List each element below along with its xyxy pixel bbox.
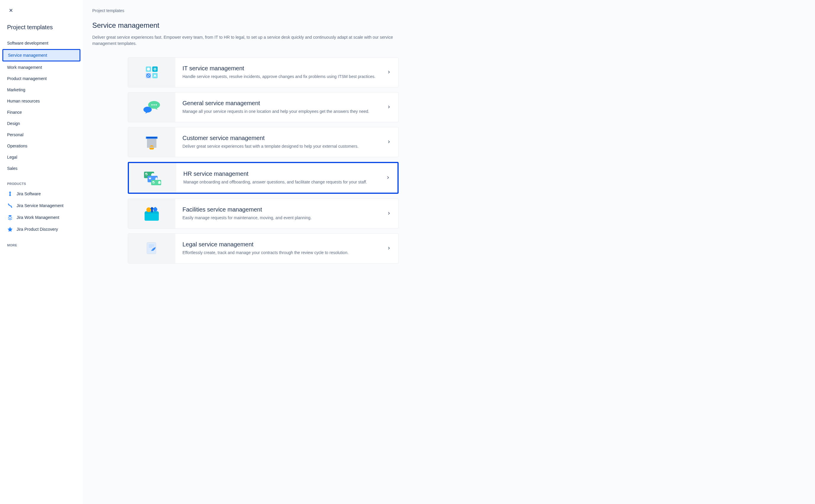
chevron-right-icon [386,175,390,181]
template-title: Customer service management [182,135,382,142]
template-content: IT service managementHandle service requ… [175,58,398,87]
chevron-right-icon [387,246,391,251]
svg-rect-27 [144,214,159,221]
sidebar-item-product-management[interactable]: Product management [2,73,80,84]
template-illustration [128,127,175,157]
template-description: Manage onboarding and offboarding, answe… [183,179,381,185]
chevron-right-icon [387,105,391,110]
template-title: Facilities service management [182,206,382,213]
sidebar-item-operations[interactable]: Operations [2,141,80,151]
svg-point-8 [153,104,155,105]
svg-point-1 [147,68,150,71]
templates-list: IT service managementHandle service requ… [92,57,399,264]
svg-point-7 [151,104,152,105]
template-text: HR service managementManage onboarding a… [183,170,381,185]
sidebar-item-legal[interactable]: Legal [2,152,80,162]
template-illustration [128,234,175,263]
chevron-right-icon [387,211,391,217]
template-title: General service management [182,100,382,107]
product-label: Jira Software [17,191,41,196]
sidebar-item-software-development[interactable]: Software development [2,38,80,48]
jira-software-icon [7,191,13,197]
product-label: Jira Work Management [17,215,59,220]
sidebar-item-design[interactable]: Design [2,118,80,129]
svg-point-22 [156,178,157,179]
sidebar-item-personal[interactable]: Personal [2,129,80,140]
sidebar-products-label: PRODUCTS [2,182,80,186]
sidebar-item-marketing[interactable]: Marketing [2,84,80,95]
sidebar-item-sales[interactable]: Sales [2,163,80,174]
template-text: General service managementManage all you… [182,100,382,115]
template-content: Customer service managementDeliver great… [175,127,398,157]
template-content: Legal service managementEffortlessly cre… [175,234,398,263]
template-description: Manage all your service requests in one … [182,108,382,115]
sidebar-item-work-management[interactable]: Work management [2,62,80,73]
template-card-legal-service-management[interactable]: Legal service managementEffortlessly cre… [128,233,399,264]
page-description: Deliver great service experiences fast. … [92,34,399,47]
template-title: IT service management [182,65,382,72]
template-illustration [128,58,175,87]
chevron-right-icon [387,139,391,145]
template-illustration [129,163,176,193]
page-title: Service management [92,21,399,30]
svg-point-10 [143,107,152,113]
sidebar-item-service-management[interactable]: Service management [2,49,80,61]
svg-rect-15 [147,147,156,148]
svg-point-28 [146,207,151,212]
close-icon [8,8,14,13]
template-text: Customer service managementDeliver great… [182,135,382,149]
sidebar-more-label: MORE [2,243,80,247]
template-description: Deliver great service experiences fast w… [182,143,382,149]
svg-rect-12 [146,137,157,138]
sidebar-item-human-resources[interactable]: Human resources [2,96,80,106]
template-text: Legal service managementEffortlessly cre… [182,241,382,256]
svg-rect-2 [152,66,157,72]
template-description: Handle service requests, resolve inciden… [182,74,382,80]
template-illustration [128,92,175,122]
sidebar: Project templates Software developmentSe… [0,0,83,504]
svg-point-26 [159,181,160,183]
template-text: IT service managementHandle service requ… [182,65,382,80]
product-item-jira-discovery[interactable]: Jira Product Discovery [2,223,80,235]
template-description: Easily manage requests for maintenance, … [182,215,382,221]
product-item-jira-work[interactable]: Jira Work Management [2,212,80,223]
jira-discovery-icon [7,226,13,232]
sidebar-item-finance[interactable]: Finance [2,107,80,118]
product-item-jira-service[interactable]: Jira Service Management [2,200,80,212]
template-card-general-service-management[interactable]: General service managementManage all you… [128,92,399,122]
template-card-hr-service-management[interactable]: HR service managementManage onboarding a… [128,162,399,194]
template-content: Facilities service managementEasily mana… [175,199,398,228]
jira-work-icon [7,214,13,220]
template-card-it-service-management[interactable]: IT service managementHandle service requ… [128,57,399,87]
jira-service-icon [7,203,13,209]
template-description: Effortlessly create, track and manage yo… [182,250,382,256]
svg-rect-31 [155,207,156,208]
product-label: Jira Product Discovery [17,227,58,232]
sidebar-categories: Software developmentService managementWo… [2,38,80,174]
chevron-right-icon [387,70,391,75]
sidebar-products: Jira SoftwareJira Service ManagementJira… [2,188,80,235]
breadcrumb[interactable]: Project templates [92,8,399,13]
product-item-jira-software[interactable]: Jira Software [2,188,80,200]
sidebar-title: Project templates [2,24,80,31]
template-title: Legal service management [182,241,382,248]
product-label: Jira Service Management [17,203,64,208]
template-illustration [128,199,175,228]
svg-point-9 [155,104,157,105]
close-button[interactable] [7,6,15,16]
main-content: Project templates Service management Del… [83,0,408,504]
template-card-facilities-service-management[interactable]: Facilities service managementEasily mana… [128,199,399,229]
template-card-customer-service-management[interactable]: Customer service managementDeliver great… [128,127,399,157]
template-content: HR service managementManage onboarding a… [176,163,397,193]
template-title: HR service management [183,170,381,177]
template-content: General service managementManage all you… [175,92,398,122]
template-text: Facilities service managementEasily mana… [182,206,382,221]
